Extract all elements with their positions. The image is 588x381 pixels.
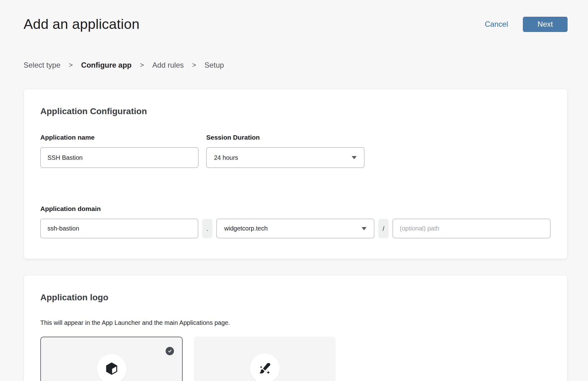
step-add-rules[interactable]: Add rules	[152, 61, 184, 69]
subdomain-input[interactable]	[40, 219, 198, 238]
step-separator-icon: >	[192, 61, 196, 69]
step-configure-app[interactable]: Configure app	[81, 61, 132, 69]
logo-option-custom[interactable]	[194, 337, 336, 381]
page-header: Add an application Cancel Next	[24, 16, 568, 32]
path-input[interactable]	[393, 219, 550, 238]
name-session-row: Application name Session Duration 24 hou…	[40, 134, 551, 168]
add-application-page: Add an application Cancel Next Select ty…	[0, 0, 588, 381]
step-select-type[interactable]: Select type	[24, 61, 60, 69]
dot-separator: .	[202, 219, 212, 238]
logo-preview-circle	[250, 353, 280, 381]
logo-preview-circle	[97, 354, 127, 381]
selected-badge	[166, 347, 174, 355]
application-domain-field-group: Application domain . widgetcorp.tech /	[40, 205, 551, 238]
logo-options	[40, 337, 551, 381]
chevron-down-icon	[362, 227, 367, 230]
logo-option-default[interactable]	[40, 337, 183, 381]
application-name-field-group: Application name	[40, 134, 198, 168]
session-duration-value: 24 hours	[214, 154, 238, 161]
step-separator-icon: >	[140, 61, 144, 69]
session-duration-field-group: Session Duration 24 hours	[206, 134, 364, 168]
application-configuration-card: Application Configuration Application na…	[24, 89, 568, 259]
application-logo-description: This will appear in the App Launcher and…	[40, 319, 551, 326]
application-domain-row: . widgetcorp.tech /	[40, 213, 551, 238]
cancel-button[interactable]: Cancel	[485, 20, 508, 29]
application-name-label: Application name	[40, 134, 198, 141]
domain-zone-select[interactable]: widgetcorp.tech	[216, 219, 374, 238]
header-actions: Cancel Next	[485, 17, 568, 32]
paintbrush-icon	[257, 361, 272, 376]
application-logo-heading: Application logo	[40, 293, 551, 303]
session-duration-label: Session Duration	[206, 134, 364, 141]
wizard-steps: Select type > Configure app > Add rules …	[24, 61, 568, 69]
application-logo-card: Application logo This will appear in the…	[24, 275, 568, 381]
chevron-down-icon	[352, 156, 357, 159]
session-duration-select[interactable]: 24 hours	[206, 147, 364, 168]
check-icon	[167, 349, 172, 353]
application-name-input[interactable]	[40, 147, 198, 168]
step-separator-icon: >	[69, 61, 73, 69]
application-domain-label: Application domain	[40, 205, 551, 213]
page-title: Add an application	[24, 16, 140, 32]
step-setup[interactable]: Setup	[204, 61, 224, 69]
domain-zone-value: widgetcorp.tech	[224, 225, 268, 232]
cube-icon	[105, 362, 119, 376]
slash-separator: /	[378, 219, 389, 238]
next-button[interactable]: Next	[523, 17, 568, 32]
application-configuration-heading: Application Configuration	[40, 106, 551, 116]
